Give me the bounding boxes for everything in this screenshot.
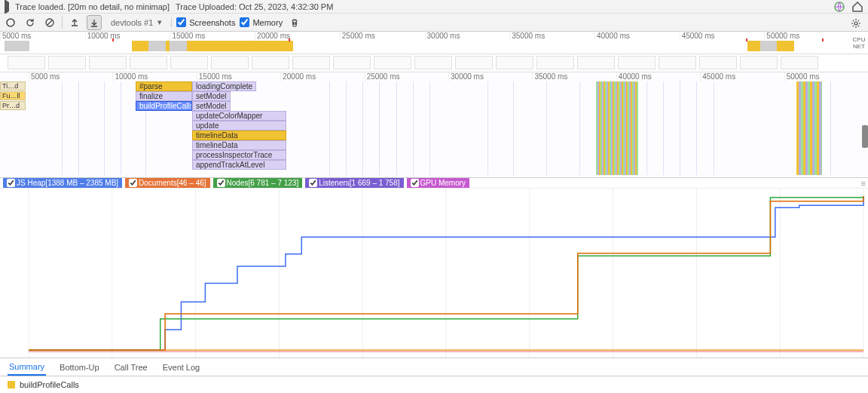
scrollbar-thumb[interactable]	[862, 125, 868, 148]
ruler-tick: 50000 ms	[764, 32, 849, 41]
ruler-tick: 15000 ms	[197, 72, 280, 81]
legend-js-heap[interactable]: JS Heap[1388 MB – 2385 MB]	[3, 178, 122, 188]
legend-documents[interactable]: Documents[46 – 46]	[125, 178, 210, 188]
flame-stack[interactable]: #parseloadingCompletefinalizesetModelbui…	[136, 81, 286, 170]
flame-bar[interactable]: setModel	[192, 101, 231, 111]
details-tabs: Summary Bottom-Up Call Tree Event Log	[0, 358, 868, 376]
record-button[interactable]	[3, 15, 18, 30]
screenshot-thumb[interactable]	[211, 56, 249, 69]
screenshot-thumb[interactable]	[659, 56, 696, 69]
flame-bar[interactable]: setModel	[192, 91, 231, 101]
chevron-down-icon: ▾	[157, 17, 162, 27]
flame-bar[interactable]: #parse	[136, 81, 192, 91]
flame-chart[interactable]: 5000 ms10000 ms15000 ms20000 ms25000 ms3…	[0, 72, 868, 178]
svg-point-1	[7, 19, 14, 26]
ruler-tick: 50000 ms	[784, 72, 868, 81]
target-selector-label: devtools #1	[111, 18, 153, 27]
screenshot-thumb[interactable]	[48, 56, 86, 69]
memory-legend: JS Heap[1388 MB – 2385 MB] Documents[46 …	[0, 178, 868, 189]
home-icon[interactable]	[851, 1, 863, 13]
screenshots-checkbox[interactable]	[176, 17, 186, 27]
tab-call-tree[interactable]: Call Tree	[113, 360, 149, 375]
clear-button[interactable]	[42, 15, 57, 30]
ruler-tick: 25000 ms	[340, 32, 425, 41]
ruler-tick: 20000 ms	[255, 32, 340, 41]
tab-summary[interactable]: Summary	[8, 359, 46, 376]
ruler-tick: 45000 ms	[680, 32, 765, 41]
track-label[interactable]: Fu…ll	[0, 91, 26, 100]
status-trace-loaded: Trace loaded. [20m no detail, no minimap…	[15, 2, 170, 11]
ruler-tick: 35000 ms	[509, 32, 594, 41]
screenshot-thumb[interactable]	[536, 56, 574, 69]
cpu-label: CPU	[850, 36, 868, 43]
ruler-tick: 15000 ms	[170, 32, 255, 41]
flame-bar[interactable]: finalize	[136, 91, 192, 101]
ruler-tick: 45000 ms	[700, 72, 784, 81]
memory-label: Memory	[252, 18, 283, 27]
screenshot-thumb[interactable]	[8, 56, 45, 69]
screenshot-thumb[interactable]	[414, 56, 452, 69]
ruler-tick: 30000 ms	[425, 32, 510, 41]
summary-selected-name: buildProfileCalls	[20, 380, 79, 389]
garbage-collect-button[interactable]	[287, 15, 302, 30]
ruler-tick: 5000 ms	[0, 32, 85, 41]
upload-button[interactable]	[67, 15, 82, 30]
legend-gpu[interactable]: GPU Memory	[407, 178, 470, 188]
svg-point-3	[854, 22, 857, 25]
screenshot-thumb[interactable]	[455, 56, 493, 69]
ruler-tick: 10000 ms	[112, 72, 196, 81]
screenshot-thumb[interactable]	[577, 56, 615, 69]
tab-bottom-up[interactable]: Bottom-Up	[58, 360, 101, 375]
flame-bar[interactable]: processInspectorTrace	[192, 150, 286, 160]
summary-swatch	[8, 381, 15, 388]
screenshot-thumb[interactable]	[292, 56, 330, 69]
screenshot-thumb[interactable]	[699, 56, 737, 69]
track-label[interactable]: Ti…d	[0, 81, 26, 91]
flame-bar[interactable]: appendTrackAtLevel	[192, 160, 286, 170]
memory-checkbox[interactable]	[240, 17, 249, 27]
screenshot-thumb[interactable]	[740, 56, 778, 69]
flame-bar[interactable]: loadingComplete	[192, 81, 256, 91]
screenshot-thumb[interactable]	[781, 56, 818, 69]
screenshots-strip[interactable]	[0, 54, 868, 72]
legend-nodes[interactable]: Nodes[6 781 – 7 123]	[213, 178, 303, 188]
tab-event-log[interactable]: Event Log	[161, 360, 202, 375]
flame-bar[interactable]: updateColorMapper	[192, 111, 286, 121]
flame-bar[interactable]: timelineData	[192, 130, 286, 140]
status-trace-uploaded: Trace Uploaded: Oct 25, 2023, 4:32:30 PM	[176, 2, 333, 11]
net-label: NET	[850, 43, 868, 50]
screenshot-thumb[interactable]	[130, 56, 167, 69]
target-selector[interactable]: devtools #1 ▾	[106, 17, 172, 27]
screenshot-thumb[interactable]	[496, 56, 533, 69]
toolbar: devtools #1 ▾ Screenshots Memory	[0, 14, 868, 32]
ruler-tick: 30000 ms	[448, 72, 532, 81]
globe-icon[interactable]	[833, 1, 845, 13]
track-label[interactable]: Pr…d	[0, 101, 26, 110]
screenshots-checkbox-wrap[interactable]: Screenshots	[176, 17, 235, 27]
screenshot-thumb[interactable]	[618, 56, 656, 69]
memory-checkbox-wrap[interactable]: Memory	[240, 17, 283, 27]
legend-listeners[interactable]: Listeners[1 669 – 1 758]	[305, 178, 403, 188]
screenshot-thumb[interactable]	[333, 56, 371, 69]
summary-row: buildProfileCalls	[0, 376, 868, 393]
memory-menu-icon[interactable]: ≡	[861, 179, 865, 188]
screenshots-label: Screenshots	[189, 18, 235, 27]
settings-button[interactable]	[848, 16, 863, 31]
screenshot-thumb[interactable]	[374, 56, 411, 69]
reload-button[interactable]	[23, 15, 38, 30]
ruler-tick: 20000 ms	[280, 72, 364, 81]
overview-ruler[interactable]: 5000 ms10000 ms15000 ms20000 ms25000 ms3…	[0, 32, 868, 54]
flame-bar[interactable]: timelineData	[192, 140, 286, 150]
screenshot-thumb[interactable]	[170, 56, 208, 69]
ruler-tick: 40000 ms	[594, 32, 680, 41]
ruler-tick: 25000 ms	[365, 72, 448, 81]
download-button[interactable]	[87, 15, 102, 30]
memory-chart[interactable]	[0, 189, 868, 358]
flame-bar[interactable]: buildProfileCalls	[136, 101, 192, 111]
ruler-tick: 5000 ms	[29, 72, 112, 81]
screenshot-thumb[interactable]	[252, 56, 289, 69]
flame-bar[interactable]: update	[192, 121, 286, 130]
ruler-tick: 35000 ms	[532, 72, 616, 81]
play-icon	[5, 2, 9, 11]
screenshot-thumb[interactable]	[89, 56, 127, 69]
